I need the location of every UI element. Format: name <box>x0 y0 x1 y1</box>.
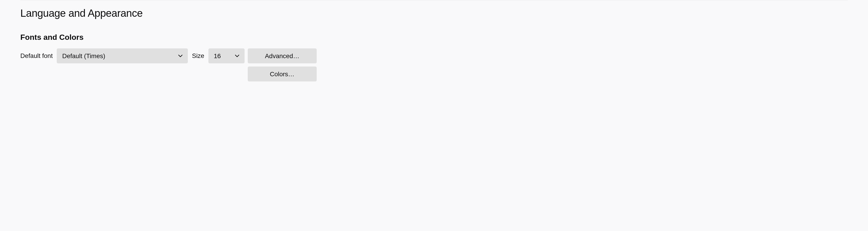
subsection-heading-fonts-colors: Fonts and Colors <box>20 33 848 41</box>
section-divider <box>20 0 848 0</box>
advanced-button[interactable]: Advanced… <box>248 49 317 63</box>
section-heading-language-appearance: Language and Appearance <box>20 7 848 19</box>
font-size-select[interactable]: 16 <box>209 49 245 63</box>
size-label: Size <box>192 52 204 59</box>
colors-button[interactable]: Colors… <box>248 66 317 82</box>
default-font-select[interactable]: Default (Times) <box>57 49 188 63</box>
default-font-label: Default font <box>20 52 53 59</box>
